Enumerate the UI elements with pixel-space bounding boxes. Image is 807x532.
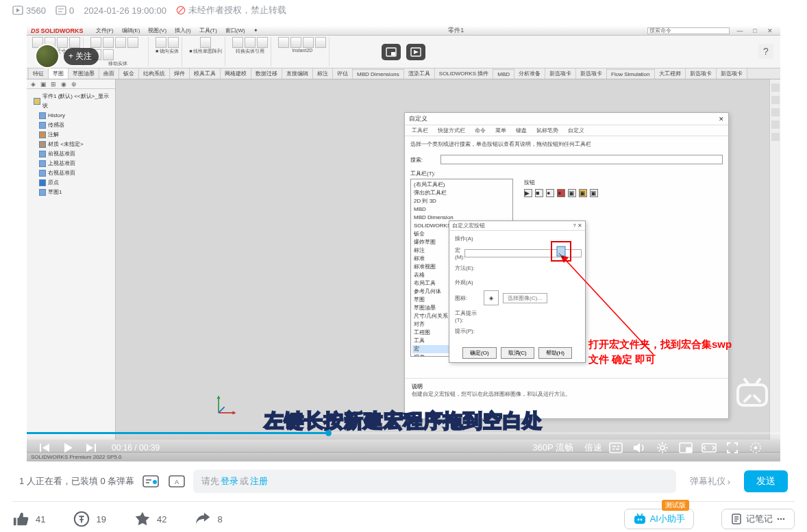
svg-rect-14	[738, 385, 767, 405]
speed-button[interactable]: 倍速	[584, 442, 602, 454]
copyright-notice: 未经作者授权，禁止转载	[176, 4, 286, 16]
fullscreen-button[interactable]	[724, 440, 741, 456]
svg-line-41	[641, 514, 643, 516]
sw-logo: DSSOLIDWORKS	[31, 27, 84, 34]
svg-point-38	[637, 519, 639, 521]
video-player[interactable]: DSSOLIDWORKS 文件(F)编辑(E)视图(V)插入(I)工具(T)窗口…	[27, 26, 780, 461]
favorite-button[interactable]: 42	[134, 510, 166, 528]
customize-search	[440, 155, 723, 164]
quality-button[interactable]: 360P 流畅	[532, 442, 573, 454]
annotation-text: 打开宏文件夹，找到宏合集swp文件 确定 即可	[588, 337, 739, 367]
share-button[interactable]: 8	[194, 510, 222, 528]
more-icon[interactable]	[747, 440, 764, 456]
send-button[interactable]: 发送	[744, 470, 788, 492]
prev-button[interactable]	[36, 440, 53, 456]
danmu-status: 1 人正在看，已装填 0 条弹幕	[19, 475, 134, 487]
svg-rect-18	[95, 444, 96, 452]
ai-assistant-button[interactable]: 测试版 AI小助手	[624, 509, 694, 529]
svg-rect-26	[686, 448, 691, 452]
player-controls: 00:16 / 00:39 360P 流畅 倍速	[27, 434, 780, 461]
svg-rect-12	[391, 52, 395, 55]
svg-point-46	[778, 518, 780, 520]
register-link[interactable]: 注册	[250, 475, 268, 487]
bilibili-watermark	[735, 377, 769, 411]
help-icon[interactable]: ?	[758, 44, 773, 59]
ok-button: 确定(O)	[462, 347, 497, 359]
notes-button[interactable]: 记笔记	[721, 509, 795, 529]
sw-doc-title: 零件1	[265, 26, 647, 35]
svg-rect-19	[610, 443, 622, 453]
svg-line-5	[178, 8, 183, 13]
follow-button[interactable]: + 关注	[64, 48, 99, 65]
svg-point-33	[153, 480, 157, 484]
danmu-settings-icon[interactable]: A	[167, 473, 186, 490]
volume-icon[interactable]	[631, 440, 647, 456]
play-button[interactable]	[60, 440, 76, 456]
next-button[interactable]	[83, 440, 99, 456]
pip-icon[interactable]	[382, 44, 401, 60]
pip-button[interactable]	[678, 440, 694, 456]
solidworks-window: DSSOLIDWORKS 文件(F)编辑(E)视图(V)插入(I)工具(T)窗口…	[27, 26, 780, 461]
danmu-count: 0	[55, 5, 74, 16]
sw-window-buttons: —□✕	[734, 27, 776, 34]
svg-point-48	[783, 518, 785, 520]
svg-point-28	[754, 446, 757, 449]
subtitle-icon[interactable]	[608, 440, 624, 456]
sw-right-panel	[769, 79, 780, 440]
highlight-box	[551, 241, 571, 262]
danmu-input[interactable]: 请先 登录 或 注册	[193, 470, 675, 493]
sw-search	[647, 27, 730, 34]
uploader-avatar[interactable]	[35, 44, 60, 68]
sw-menu: 文件(F)编辑(E)视图(V)插入(I)工具(T)窗口(W)✦	[89, 26, 265, 36]
danmu-toggle-icon[interactable]	[141, 473, 160, 490]
time-display: 00:16 / 00:39	[112, 443, 160, 453]
play-count: 3560	[12, 5, 46, 16]
cast-icon[interactable]	[406, 44, 425, 60]
sw-feature-tree: ◈▣⊞◉⊕ 零件1 (默认) <<默认>_显示状 History 传感器 注解 …	[27, 79, 116, 440]
svg-rect-37	[634, 516, 645, 524]
sw-tabs: 特征草图草图油墨曲面钣金结构系统焊件模具工具网格建模数据迁移直接编辑标注评估MB…	[27, 68, 780, 79]
danmu-etiquette[interactable]: 弹幕礼仪›	[683, 475, 737, 487]
login-link[interactable]: 登录	[221, 475, 238, 487]
like-button[interactable]: 41	[12, 510, 45, 528]
coin-button[interactable]: 19	[73, 510, 105, 528]
wide-button[interactable]	[701, 440, 717, 456]
svg-text:A: A	[175, 479, 179, 485]
svg-point-24	[660, 446, 665, 450]
help-button: 帮助(H)	[538, 347, 572, 359]
svg-point-39	[640, 519, 642, 521]
subtitle: 左键长按新建宏程序拖到空白处	[264, 408, 543, 434]
settings-icon[interactable]	[654, 440, 671, 456]
svg-rect-1	[56, 6, 66, 14]
cancel-button: 取消(C)	[501, 347, 534, 359]
svg-rect-17	[40, 444, 41, 452]
svg-line-40	[637, 514, 638, 516]
svg-line-8	[219, 407, 225, 413]
svg-point-47	[780, 518, 782, 520]
svg-rect-9	[557, 246, 565, 256]
upload-time: 2024-01-26 19:00:00	[84, 5, 166, 16]
